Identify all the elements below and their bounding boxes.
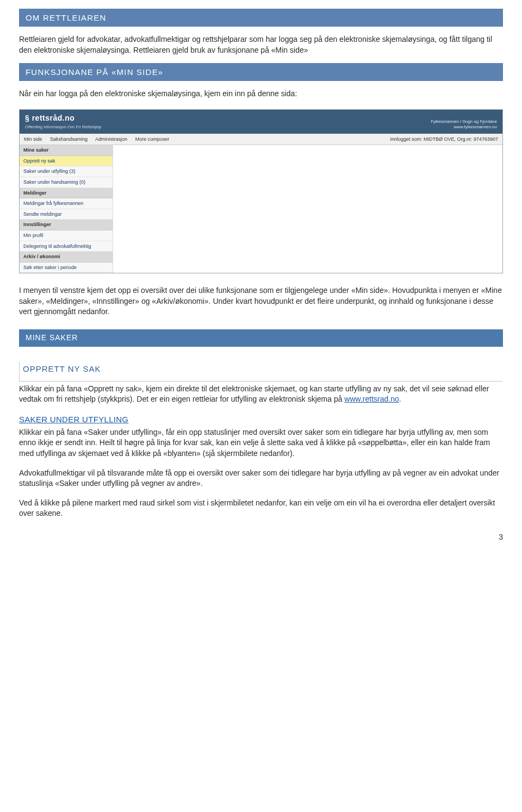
ss-menu-right: Innlogget som: MIDTBØ OVE, Org.nr: 97476… (390, 136, 498, 143)
paragraph-intro: Rettleiaren gjeld for advokatar, advokat… (19, 34, 503, 55)
ss-side-head-innstillinger: Innstillinger (20, 220, 113, 230)
ss-menu-left: Min side Sakshandsaming Administrasjon M… (24, 136, 176, 143)
ss-side-item-opprett-ny-sak[interactable]: Opprett ny sak (20, 156, 113, 167)
paragraph-saker-p2: Advokatfullmektigar vil på tilsvarande m… (19, 468, 503, 489)
subsection-saker-under-utfylling: SAKER UNDER UTFYLLING (19, 414, 503, 425)
ss-side-item-delegering[interactable]: Delegering til advokatfullmektig (20, 241, 113, 252)
ss-side-head-arkiv: Arkiv / økonomi (20, 252, 113, 263)
ss-top-right-line1: Fylkesmannen i Sogn og Fjordane (431, 119, 497, 124)
paragraph-saker-p3: Ved å klikke på pilene markert med raud … (19, 498, 503, 519)
ss-menu-item[interactable]: Administrasjon (95, 136, 127, 142)
section-heading-text: MINE SAKER (26, 333, 78, 342)
ss-logo: § rettsråd.no Offentleg informasjon Om F… (25, 113, 101, 130)
ss-side-head-meldinger: Meldinger (20, 188, 113, 199)
text-opprett-a: Klikkar ein på fana «Opprett ny sak», kj… (19, 384, 489, 404)
screenshot-min-side: § rettsråd.no Offentleg informasjon Om F… (19, 109, 503, 274)
page-number: 3 (19, 532, 503, 543)
ss-side-item-min-profil[interactable]: Min profil (20, 230, 113, 241)
paragraph-menu-desc: I menyen til venstre kjem det opp ei ove… (19, 285, 503, 317)
section-heading-text: FUNKSJONANE PÅ «MIN SIDE» (26, 67, 163, 77)
ss-side-item-sendte-meldingar[interactable]: Sendte meldingar (20, 209, 113, 220)
ss-side-item-saker-handsaming[interactable]: Saker under handsaming (0) (20, 177, 113, 188)
ss-side-item-saker-utfylling[interactable]: Saker under utfylling (3) (20, 166, 113, 177)
ss-logo-main: § rettsråd.no (25, 113, 101, 124)
ss-body: Mine saker Opprett ny sak Saker under ut… (20, 145, 502, 273)
ss-menu-item[interactable]: More composer (135, 136, 170, 142)
ss-menubar: Min side Sakshandsaming Administrasjon M… (20, 134, 502, 146)
ss-top-right: Fylkesmannen i Sogn og Fjordane www.fylk… (431, 119, 497, 130)
link-rettsrad[interactable]: www.rettsrad.no (344, 395, 399, 403)
section-heading-text: OM RETTLEIAREN (26, 13, 106, 22)
text-opprett-b: . (399, 395, 401, 403)
paragraph-login-note: Når ein har logga på den elektroniske sk… (19, 89, 503, 99)
subsection-title-text: OPPRETT NY SAK (23, 364, 101, 373)
paragraph-saker-p1: Klikkar ein på fana «Saker under utfylli… (19, 427, 503, 459)
section-heading-mine-saker: MINE SAKER (19, 329, 503, 347)
ss-topbar: § rettsråd.no Offentleg informasjon Om F… (20, 110, 502, 134)
subsection-opprett-ny-sak: OPPRETT NY SAK (19, 362, 503, 382)
ss-side-head-mine-saker: Mine saker (20, 145, 113, 156)
ss-side-item-sok-saker[interactable]: Søk etter saker i periode (20, 263, 113, 273)
ss-content-area (113, 145, 502, 273)
ss-side-item-meldingar-fra[interactable]: Meldingar frå fylkesmannen (20, 198, 113, 209)
ss-logo-sub: Offentleg informasjon Om Fri Rettshjelp (25, 124, 101, 130)
ss-menu-item[interactable]: Min side (24, 136, 42, 142)
ss-top-right-line2: www.fylkesmannen.no (431, 124, 497, 130)
paragraph-opprett-body: Klikkar ein på fana «Opprett ny sak», kj… (19, 384, 503, 405)
section-heading-om-rettleiaren: OM RETTLEIAREN (19, 9, 503, 27)
section-heading-funksjonane: FUNKSJONANE PÅ «MIN SIDE» (19, 63, 503, 81)
ss-sidebar: Mine saker Opprett ny sak Saker under ut… (20, 145, 113, 273)
ss-menu-item[interactable]: Sakshandsaming (50, 136, 88, 142)
